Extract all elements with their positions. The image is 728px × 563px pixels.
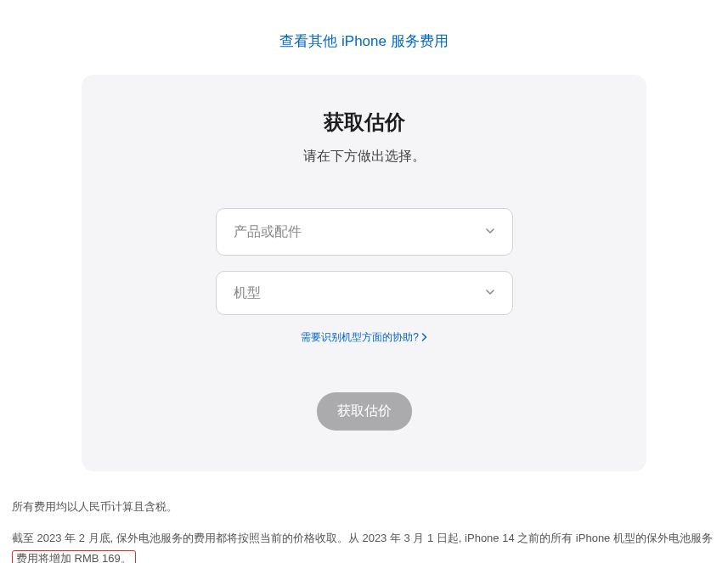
other-iphone-services-link[interactable]: 查看其他 iPhone 服务费用 [279,33,448,49]
product-dropdown-placeholder: 产品或配件 [234,223,302,241]
price-increase-highlight: 费用将增加 RMB 169。 [12,550,136,563]
help-link-label: 需要识别机型方面的协助? [301,330,419,345]
chevron-right-icon [421,332,427,344]
footer-line-1: 所有费用均以人民币计算且含税。 [12,497,716,516]
footer-notes: 所有费用均以人民币计算且含税。 截至 2023 年 2 月底, 保外电池服务的费… [0,490,728,563]
product-dropdown[interactable]: 产品或配件 [216,208,513,256]
get-estimate-button[interactable]: 获取估价 [317,392,412,431]
estimate-card: 获取估价 请在下方做出选择。 产品或配件 机型 需要识别机型方面的协助? 获取估… [82,75,646,471]
top-link-section: 查看其他 iPhone 服务费用 [0,0,728,75]
model-dropdown-placeholder: 机型 [234,284,261,302]
card-title: 获取估价 [116,109,612,136]
chevron-down-icon [485,287,495,300]
chevron-down-icon [485,226,495,239]
model-dropdown[interactable]: 机型 [216,271,513,315]
identify-model-help-link[interactable]: 需要识别机型方面的协助? [301,330,427,345]
card-subtitle: 请在下方做出选择。 [116,148,612,166]
footer-line-2: 截至 2023 年 2 月底, 保外电池服务的费用都将按照当前的价格收取。从 2… [12,528,716,563]
